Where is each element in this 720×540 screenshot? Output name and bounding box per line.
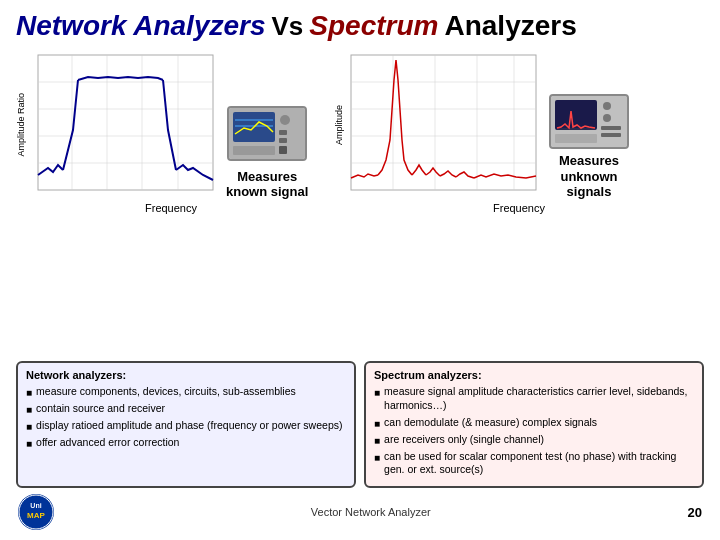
network-item-3-text: display ratioed amplitude and phase (fre… bbox=[36, 419, 342, 433]
network-item-4: ■ offer advanced error correction bbox=[26, 436, 346, 450]
left-panel: Amplitude Ratio bbox=[16, 50, 326, 353]
footer-center-text: Vector Network Analyzer bbox=[311, 506, 431, 518]
svg-point-30 bbox=[603, 102, 611, 110]
network-info-box: Network analyzers: ■ measure components,… bbox=[16, 361, 356, 488]
svg-point-13 bbox=[280, 115, 290, 125]
network-item-1-text: measure components, devices, circuits, s… bbox=[36, 385, 296, 399]
title-analyzers2: Analyzers bbox=[444, 10, 576, 42]
right-panel: Amplitude bbox=[334, 50, 704, 353]
network-item-3: ■ display ratioed amplitude and phase (f… bbox=[26, 419, 346, 433]
svg-rect-14 bbox=[279, 130, 287, 135]
svg-rect-34 bbox=[555, 134, 597, 143]
left-measures-label: Measuresknown signal bbox=[226, 169, 308, 200]
spectrum-item-1-text: measure signal amplitude characteristics… bbox=[384, 385, 694, 412]
svg-rect-32 bbox=[601, 126, 621, 130]
network-box-list: ■ measure components, devices, circuits,… bbox=[26, 385, 346, 450]
title-network: Network Analyzers bbox=[16, 10, 266, 42]
bullet-icon: ■ bbox=[374, 417, 380, 430]
svg-rect-15 bbox=[279, 138, 287, 143]
network-box-title: Network analyzers: bbox=[26, 369, 346, 381]
left-y-axis-label: Amplitude Ratio bbox=[16, 93, 26, 157]
svg-text:MAP: MAP bbox=[27, 511, 45, 520]
left-graph-container: Amplitude Ratio bbox=[16, 50, 218, 200]
left-graph-svg bbox=[28, 50, 218, 200]
network-analyzer-svg bbox=[229, 108, 305, 159]
bullet-icon: ■ bbox=[374, 386, 380, 399]
svg-rect-33 bbox=[601, 133, 621, 137]
network-item-1: ■ measure components, devices, circuits,… bbox=[26, 385, 346, 399]
svg-rect-17 bbox=[233, 146, 275, 155]
network-item-2: ■ contain source and receiver bbox=[26, 402, 346, 416]
bullet-icon: ■ bbox=[374, 451, 380, 464]
network-item-4-text: offer advanced error correction bbox=[36, 436, 179, 450]
spectrum-analyzer-image bbox=[549, 94, 629, 149]
right-graph-svg bbox=[346, 50, 541, 200]
bullet-icon: ■ bbox=[26, 403, 32, 416]
left-instrument: Measuresknown signal bbox=[226, 106, 308, 200]
logo-circle: Uni MAP bbox=[18, 494, 54, 530]
spectrum-item-2-text: can demodulate (& measure) complex signa… bbox=[384, 416, 597, 430]
bullet-icon: ■ bbox=[26, 386, 32, 399]
spectrum-item-4-text: can be used for scalar component test (n… bbox=[384, 450, 694, 477]
bullet-icon: ■ bbox=[374, 434, 380, 447]
spectrum-info-box: Spectrum analyzers: ■ measure signal amp… bbox=[364, 361, 704, 488]
bullet-icon: ■ bbox=[26, 420, 32, 433]
right-frequency-label: Frequency bbox=[493, 202, 545, 214]
logo-svg: Uni MAP bbox=[18, 494, 54, 530]
right-measures-label: Measuresunknownsignals bbox=[559, 153, 619, 200]
spectrum-item-4: ■ can be used for scalar component test … bbox=[374, 450, 694, 477]
logo-area: Uni MAP bbox=[18, 494, 54, 530]
svg-rect-18 bbox=[351, 55, 536, 190]
bullet-icon: ■ bbox=[26, 437, 32, 450]
title-spectrum: Spectrum bbox=[309, 10, 438, 42]
title-vs: Vs bbox=[272, 11, 304, 42]
spectrum-item-1: ■ measure signal amplitude characteristi… bbox=[374, 385, 694, 412]
bottom-info-row: Network analyzers: ■ measure components,… bbox=[16, 361, 704, 488]
spectrum-box-title: Spectrum analyzers: bbox=[374, 369, 694, 381]
footer-page-number: 20 bbox=[688, 505, 702, 520]
svg-rect-16 bbox=[279, 146, 287, 154]
left-frequency-label: Frequency bbox=[145, 202, 197, 214]
page-title: Network Analyzers Vs Spectrum Analyzers bbox=[16, 10, 704, 42]
footer: Uni MAP Vector Network Analyzer 20 bbox=[16, 494, 704, 530]
svg-point-31 bbox=[603, 114, 611, 122]
right-y-axis-label: Amplitude bbox=[334, 105, 344, 145]
spectrum-analyzer-svg bbox=[551, 96, 627, 147]
spectrum-box-list: ■ measure signal amplitude characteristi… bbox=[374, 385, 694, 477]
spectrum-item-3-text: are receivers only (single channel) bbox=[384, 433, 544, 447]
spectrum-item-3: ■ are receivers only (single channel) bbox=[374, 433, 694, 447]
right-instrument: Measuresunknownsignals bbox=[549, 94, 629, 200]
svg-text:Uni: Uni bbox=[30, 502, 41, 509]
network-item-2-text: contain source and receiver bbox=[36, 402, 165, 416]
spectrum-item-2: ■ can demodulate (& measure) complex sig… bbox=[374, 416, 694, 430]
network-analyzer-image bbox=[227, 106, 307, 161]
